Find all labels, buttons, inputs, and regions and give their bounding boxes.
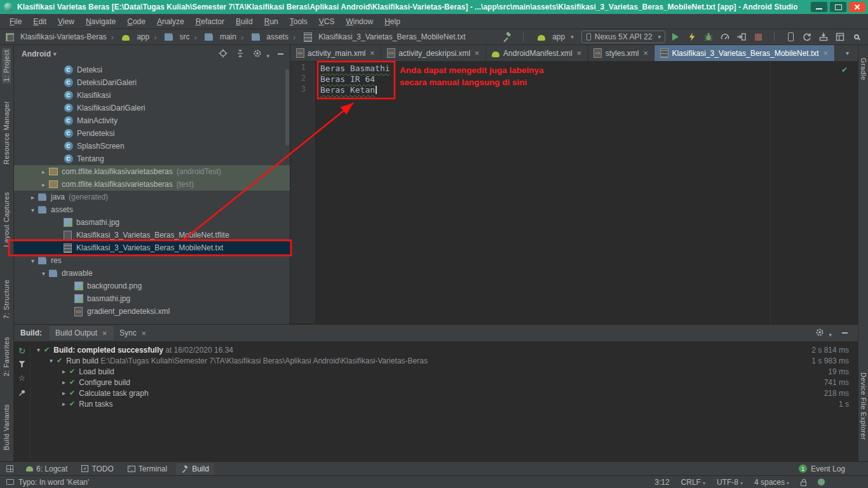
attach-debugger-icon[interactable] — [735, 30, 748, 43]
tree-item-basmathi-jpg-drawable[interactable]: basmathi.jpg — [14, 292, 290, 305]
stripe-build-button[interactable]: Build — [176, 463, 214, 475]
menu-help[interactable]: Help — [379, 15, 406, 28]
close-tab-icon[interactable] — [822, 50, 829, 57]
breadcrumb-file[interactable]: Klasifikasi_3_Varietas_Beras_MobileNet.t… — [288, 32, 466, 42]
chevron-right-icon[interactable] — [60, 379, 68, 386]
stripe-terminal-button[interactable]: Terminal — [123, 463, 172, 475]
tree-item-res[interactable]: res — [14, 254, 290, 267]
editor-body[interactable]: 1 2 3 Beras Basmathi Beras IR 64 Beras K… — [290, 62, 858, 323]
tree-item-drawable[interactable]: drawable — [14, 267, 290, 280]
inspections-highlight-icon[interactable] — [818, 478, 825, 485]
favorites-icon[interactable] — [18, 374, 25, 383]
menu-window[interactable]: Window — [340, 15, 379, 28]
build-row-summary[interactable]: Build: completed successfully at 16/02/2… — [31, 344, 858, 355]
debug-icon[interactable] — [702, 30, 715, 43]
menu-build[interactable]: Build — [230, 15, 259, 28]
tool-window-switcher-icon[interactable] — [6, 465, 13, 472]
maximize-button[interactable] — [830, 2, 846, 12]
event-log-button[interactable]: 1 Event Log — [799, 464, 845, 473]
build-row-run-tasks[interactable]: Run tasks1 s — [31, 398, 858, 409]
stripe-resource-manager-button[interactable]: Resource Manager — [2, 99, 11, 166]
build-row-configure-build[interactable]: Configure build741 ms — [31, 377, 858, 388]
apply-changes-icon[interactable] — [686, 30, 698, 43]
status-message-icon[interactable] — [6, 479, 14, 485]
menu-refactor[interactable]: Refactor — [190, 15, 230, 28]
tree-item-basmathi-jpg[interactable]: basmathi.jpg — [14, 216, 290, 229]
tree-item-klasifikasi[interactable]: Klasifikasi — [14, 89, 290, 102]
line-separator-select[interactable]: CRLF — [681, 478, 705, 487]
chevron-down-icon[interactable] — [34, 346, 43, 353]
tree-item-pendeteksi[interactable]: Pendeteksi — [14, 127, 290, 140]
chevron-down-icon[interactable] — [29, 207, 37, 214]
chevron-down-icon[interactable] — [47, 357, 55, 364]
close-tab-icon[interactable] — [576, 50, 583, 57]
chevron-right-icon[interactable] — [60, 390, 68, 396]
device-select[interactable]: Nexus 5X API 22 — [581, 30, 665, 43]
pin-icon[interactable] — [18, 389, 26, 398]
collapse-all-icon[interactable] — [236, 49, 245, 60]
build-settings-gear-icon[interactable] — [815, 328, 832, 339]
breadcrumb-src[interactable]: src — [149, 32, 189, 42]
chevron-right-icon[interactable] — [39, 181, 48, 188]
stripe-gradle-button[interactable]: Gradle — [860, 58, 867, 80]
close-tab-icon[interactable] — [140, 330, 147, 337]
stripe-logcat-button[interactable]: 6: Logcat — [21, 463, 72, 475]
tree-item-labels-txt[interactable]: Klasifikasi_3_Varietas_Beras_MobileNet.t… — [14, 241, 290, 254]
layout-inspector-icon[interactable] — [834, 30, 846, 43]
tree-item-package-test[interactable]: com.tflite.klasifikasivarietasberas(test… — [14, 178, 290, 191]
menu-file[interactable]: File — [4, 15, 27, 28]
tab-androidmanifest-xml[interactable]: AndroidManifest.xml — [486, 45, 588, 61]
tree-item-tentang[interactable]: Tentang — [14, 152, 290, 165]
gradle-sync-icon[interactable] — [801, 30, 813, 43]
stripe-device-file-explorer-button[interactable]: Device File Explorer — [860, 372, 867, 440]
tree-item-mainactivity[interactable]: MainActivity — [14, 114, 290, 127]
hide-panel-icon[interactable] — [278, 53, 283, 55]
tab-build-output[interactable]: Build Output — [50, 326, 114, 340]
chevron-right-icon[interactable] — [29, 194, 37, 201]
breadcrumb-app[interactable]: app — [107, 32, 149, 42]
menu-view[interactable]: View — [52, 15, 80, 28]
close-tab-icon[interactable] — [473, 50, 480, 57]
tree-scrollbar[interactable] — [285, 69, 289, 146]
locate-file-icon[interactable] — [219, 49, 227, 60]
build-row-calculate-task-graph[interactable]: Calculate task graph218 ms — [31, 388, 858, 398]
stripe-structure-button[interactable]: 7: Structure — [2, 278, 11, 321]
close-tab-icon[interactable] — [642, 50, 649, 57]
tree-item-background-png[interactable]: background.png — [14, 280, 290, 292]
close-button[interactable] — [849, 2, 865, 12]
encoding-select[interactable]: UTF-8 — [717, 478, 743, 487]
chevron-down-icon[interactable] — [39, 270, 48, 277]
chevron-down-icon[interactable] — [29, 257, 37, 264]
menu-analyze[interactable]: Analyze — [151, 15, 190, 28]
tab-labels-txt[interactable]: Klasifikasi_3_Varietas_Beras_MobileNet.t… — [654, 45, 834, 61]
stripe-layout-captures-button[interactable]: Layout Captures — [2, 190, 11, 249]
filter-icon[interactable] — [19, 361, 25, 367]
tree-item-splashscreen[interactable]: SplashScreen — [14, 140, 290, 152]
chevron-right-icon[interactable] — [39, 168, 48, 175]
tree-item-klasifikasidarigaleri[interactable]: KlasifikasiDariGaleri — [14, 102, 290, 114]
stripe-project-button[interactable]: 1: Project — [2, 48, 11, 83]
project-view-select[interactable]: Android — [22, 50, 57, 58]
menu-code[interactable]: Code — [121, 15, 151, 28]
readonly-lock-icon[interactable] — [801, 478, 806, 486]
sdk-manager-icon[interactable] — [817, 30, 830, 43]
breadcrumb-main[interactable]: main — [190, 32, 236, 42]
settings-gear-icon[interactable] — [253, 49, 269, 60]
tab-sync[interactable]: Sync — [114, 326, 153, 340]
run-button[interactable] — [669, 30, 682, 43]
menu-vcs[interactable]: VCS — [313, 15, 341, 28]
search-everywhere-icon[interactable] — [850, 30, 863, 43]
close-tab-icon[interactable] — [369, 50, 376, 57]
avd-manager-icon[interactable] — [784, 30, 797, 43]
profile-icon[interactable] — [719, 30, 731, 43]
breadcrumb-assets[interactable]: assets — [236, 32, 288, 42]
tree-item-tflite-model[interactable]: Klasifikasi_3_Varietas_Beras_MobileNet.t… — [14, 229, 290, 241]
tab-activity-deskripsi-xml[interactable]: activity_deskripsi.xml — [381, 45, 486, 61]
stripe-build-variants-button[interactable]: Build Variants — [2, 402, 11, 452]
menu-tools[interactable]: Tools — [284, 15, 313, 28]
hide-panel-icon[interactable] — [842, 332, 848, 334]
tree-item-package-androidtest[interactable]: com.tflite.klasifikasivarietasberas(andr… — [14, 165, 290, 178]
stop-icon[interactable] — [752, 30, 764, 43]
tree-item-gradient-pendeteksi-xml[interactable]: gradient_pendeteksi.xml — [14, 305, 290, 318]
menu-run[interactable]: Run — [259, 15, 284, 28]
